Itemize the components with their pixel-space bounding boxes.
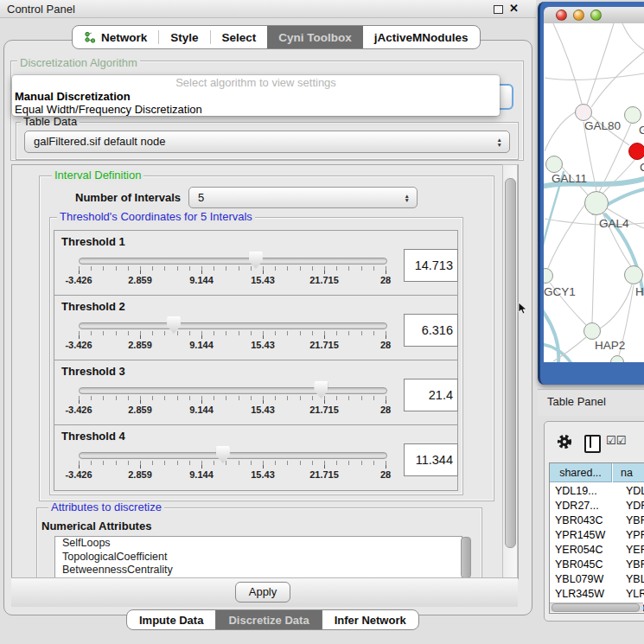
tab-select[interactable]: Select xyxy=(211,26,268,48)
column-layout-icon-divider xyxy=(590,437,591,448)
table-row[interactable]: YDR27... YDR2 xyxy=(550,499,644,513)
slider-minor-ticks xyxy=(79,331,387,335)
cell-name: YDR2 xyxy=(626,499,644,513)
cell-name: YLR3 xyxy=(626,587,644,602)
algorithm-option[interactable]: Manual Discretization xyxy=(12,90,500,103)
tick-label: 9.144 xyxy=(189,275,214,285)
tick-label: -3.426 xyxy=(65,340,92,350)
tick-label: -3.426 xyxy=(65,275,92,285)
cell-name: YPR1 xyxy=(626,528,644,543)
float-window-icon[interactable] xyxy=(494,5,503,14)
cell-shared-name: YBR045C xyxy=(555,558,603,572)
threshold-slider-track[interactable] xyxy=(79,452,387,459)
table-panel-title: Table Panel xyxy=(547,395,606,408)
table-data-combobox[interactable]: galFiltered.sif default node ▲▼ xyxy=(24,131,510,153)
table-row[interactable]: YLR345W YLR3 xyxy=(550,587,644,602)
threshold-slider-track[interactable] xyxy=(79,322,387,329)
threshold-value-field[interactable]: 14.713 xyxy=(404,249,458,282)
network-window-titlebar[interactable] xyxy=(544,7,644,24)
combo-spinner-icon[interactable]: ▲▼ xyxy=(405,193,410,202)
cell-shared-name: YBL079W xyxy=(555,572,603,587)
tick-label: 9.144 xyxy=(189,469,214,480)
threshold-value-field[interactable]: 6.316 xyxy=(404,314,458,347)
tick-label: 28 xyxy=(380,340,391,350)
tick-label: 2.859 xyxy=(128,405,152,415)
tick-label: 2.859 xyxy=(128,275,152,285)
tab-cyni-toolbox[interactable]: Cyni Toolbox xyxy=(267,26,363,48)
table-row[interactable]: YBR045C YBR0 xyxy=(550,558,644,572)
close-icon[interactable]: ✕ xyxy=(509,2,519,15)
numerical-attributes-list[interactable]: SelfLoops TopologicalCoefficient Between… xyxy=(54,536,462,579)
mac-close-icon[interactable] xyxy=(556,10,567,21)
number-of-intervals-combobox[interactable]: 5 ▲▼ xyxy=(188,187,418,208)
algorithm-prompt-item[interactable]: Select algorithm to view settings xyxy=(12,75,500,90)
table-header-name[interactable]: na xyxy=(613,463,644,482)
apply-button[interactable]: Apply xyxy=(235,582,290,603)
network-node[interactable] xyxy=(584,191,609,215)
cell-shared-name: YLR345W xyxy=(555,587,604,602)
mac-minimize-icon[interactable] xyxy=(573,10,584,21)
attributes-list-scrollbar[interactable] xyxy=(461,537,471,578)
table-hscrollbar-thumb[interactable] xyxy=(552,603,640,612)
network-canvas[interactable]: GAL80 G C GAL11 GAL4 GCY1 H xyxy=(544,23,644,362)
table-row[interactable]: YPR145W YPR1 xyxy=(550,528,644,543)
tick-label: 9.144 xyxy=(189,340,214,350)
algorithm-option[interactable]: Equal Width/Frequency Discretization xyxy=(12,103,500,116)
tab-style[interactable]: Style xyxy=(159,26,209,48)
tab-infer-network[interactable]: Infer Network xyxy=(322,610,418,629)
network-node[interactable] xyxy=(575,104,592,121)
mac-zoom-icon[interactable] xyxy=(590,10,602,21)
network-node[interactable] xyxy=(628,143,644,160)
combo-spinner-icon[interactable]: ▲▼ xyxy=(497,137,502,147)
tab-network[interactable]: Network xyxy=(73,26,158,48)
node-table[interactable]: shared... na YDL19... YDL1 YDR27... YDR2… xyxy=(549,462,644,614)
number-of-intervals-label: Number of Intervals xyxy=(75,191,181,204)
table-row[interactable]: YBL079W YBL0 xyxy=(550,572,644,587)
threshold-slider-track[interactable] xyxy=(79,258,387,265)
settings-scrollbar-thumb[interactable] xyxy=(505,178,516,548)
tick-label: 28 xyxy=(380,275,391,285)
tick-label: 28 xyxy=(380,405,391,415)
number-of-intervals-value: 5 xyxy=(189,188,417,207)
control-panel-title: Control Panel xyxy=(7,3,75,16)
network-node[interactable] xyxy=(583,322,601,340)
tab-impute-data[interactable]: Impute Data xyxy=(127,610,215,629)
cell-name: YDL1 xyxy=(626,484,644,499)
network-node-label: GCY1 xyxy=(544,285,576,298)
network-node[interactable] xyxy=(624,106,641,124)
attribute-list-item[interactable]: TopologicalCoefficient xyxy=(55,551,462,564)
tick-label: 15.43 xyxy=(251,275,275,285)
tick-label: 9.144 xyxy=(189,405,214,415)
attribute-list-item[interactable]: SelfLoops xyxy=(55,537,462,551)
tick-label: 2.859 xyxy=(128,340,152,350)
tab-discretize-data[interactable]: Discretize Data xyxy=(215,610,322,629)
table-row[interactable]: YBR043C YBR0 xyxy=(550,513,644,528)
cell-name: YBR0 xyxy=(626,558,644,572)
tab-jactivemnodules[interactable]: jActiveMNodules xyxy=(363,26,480,48)
gear-icon[interactable] xyxy=(556,433,573,450)
network-node[interactable] xyxy=(545,156,563,173)
threshold-panel: Threshold 1 -3.4262.8599.14415.4321.7152… xyxy=(54,230,458,296)
tick-label: 15.43 xyxy=(251,340,275,350)
network-node[interactable] xyxy=(624,265,643,284)
table-header-shared[interactable]: shared... xyxy=(550,463,612,482)
slider-minor-ticks xyxy=(79,266,387,271)
column-checkbox-icons[interactable]: ☑☑ xyxy=(606,434,626,447)
attribute-list-item[interactable]: BetweennessCentrality xyxy=(55,564,462,577)
threshold-coordinates-title: Threshold's Coordinates for 5 Intervals xyxy=(57,211,255,223)
column-layout-icon[interactable] xyxy=(584,435,601,453)
tick-label: 28 xyxy=(380,469,391,480)
threshold-label: Threshold 3 xyxy=(61,365,125,378)
cell-shared-name: YDL19... xyxy=(555,484,597,499)
tab-cyni-label: Cyni Toolbox xyxy=(278,31,352,44)
threshold-slider-track[interactable] xyxy=(79,387,387,394)
network-node-label: H xyxy=(635,285,644,298)
threshold-value-field[interactable]: 21.4 xyxy=(404,379,458,411)
tick-label: 15.43 xyxy=(251,469,275,480)
threshold-value-field[interactable]: 11.344 xyxy=(404,443,458,476)
table-row[interactable]: YER054C YER0 xyxy=(550,543,644,558)
slider-minor-ticks xyxy=(79,461,387,465)
table-row[interactable]: YDL19... YDL1 xyxy=(550,484,644,499)
tick-label: 21.715 xyxy=(309,469,339,480)
tick-label: 21.715 xyxy=(309,405,339,415)
